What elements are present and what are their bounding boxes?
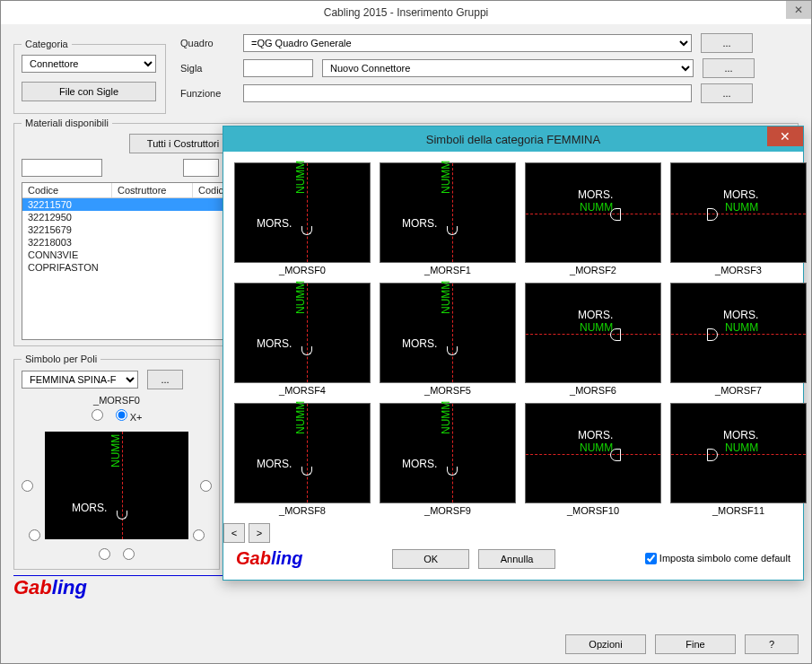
default-checkbox[interactable] xyxy=(645,553,657,564)
col-costruttore: Costruttore xyxy=(112,183,193,197)
ok-button[interactable]: OK xyxy=(392,549,469,569)
funzione-browse-button[interactable]: ... xyxy=(701,83,753,103)
symbol-cell[interactable]: NUMMMORS._MORSF1 xyxy=(380,162,516,275)
symbol-thumbnail[interactable]: NUMMMORS. xyxy=(380,283,516,383)
side-radio-left-bottom[interactable] xyxy=(29,529,40,541)
symbol-label: _MORSF9 xyxy=(380,505,516,516)
radio-xplus[interactable]: X+ xyxy=(116,409,143,423)
side-radio-right-bottom[interactable] xyxy=(193,529,205,541)
sigla-input[interactable] xyxy=(243,59,313,77)
radio-blank[interactable] xyxy=(92,409,103,423)
default-checkbox-label[interactable]: Imposta simbolo come default xyxy=(645,553,790,565)
modal-close-button[interactable]: ✕ xyxy=(767,127,803,146)
symbol-thumbnail[interactable]: NUMMMORS. xyxy=(380,403,516,503)
fine-button[interactable]: Fine xyxy=(655,634,736,654)
symbol-cell[interactable]: NUMMMORS._MORSF8 xyxy=(234,403,371,516)
symbol-cell[interactable]: NUMMMORS._MORSF0 xyxy=(234,162,371,275)
symbol-preview: NUMM MORS. xyxy=(45,432,188,539)
symbol-cell[interactable]: NUMMMORS._MORSF9 xyxy=(380,403,516,516)
symbol-cell[interactable]: NUMMMORS._MORSF4 xyxy=(234,283,371,396)
symbol-thumbnail[interactable]: NUMMMORS. xyxy=(234,162,371,263)
main-titlebar: Cabling 2015 - Inserimento Gruppi ✕ xyxy=(1,1,811,24)
symbol-cell[interactable]: MORS.NUMM_MORSF11 xyxy=(670,403,807,516)
help-button[interactable]: ? xyxy=(745,634,799,654)
funzione-label: Funzione xyxy=(180,88,234,99)
symbol-label: _MORSF6 xyxy=(525,385,661,396)
annulla-button[interactable]: Annulla xyxy=(478,549,555,569)
filter-codice-input[interactable] xyxy=(22,159,102,177)
symbol-cell[interactable]: MORS.NUMM_MORSF6 xyxy=(525,283,661,396)
symbol-cell[interactable]: NUMMMORS._MORSF5 xyxy=(380,283,516,396)
sigla-browse-button[interactable]: ... xyxy=(703,58,755,78)
symbol-thumbnail[interactable]: MORS.NUMM xyxy=(525,403,661,503)
symbol-label: _MORSF4 xyxy=(234,385,371,396)
quadro-browse-button[interactable]: ... xyxy=(701,33,753,53)
pager-prev-button[interactable]: < xyxy=(223,523,245,543)
main-close-button[interactable]: ✕ xyxy=(786,1,811,19)
symbol-thumbnail[interactable]: MORS.NUMM xyxy=(670,162,807,263)
symbol-label: _MORSF8 xyxy=(234,505,371,516)
simbolo-legend: Simbolo per Poli xyxy=(22,354,100,364)
modal-title: Simboli della categoria FEMMINA xyxy=(426,133,600,146)
simbolo-browse-button[interactable]: ... xyxy=(147,370,183,389)
modal-logo: Gabling xyxy=(236,548,302,569)
symbol-thumbnail[interactable]: NUMMMORS. xyxy=(234,283,371,383)
opzioni-button[interactable]: Opzioni xyxy=(565,634,646,654)
symbol-thumbnail[interactable]: MORS.NUMM xyxy=(525,162,661,263)
file-sigle-button[interactable]: File con Sigle xyxy=(22,82,156,101)
symbol-label: _MORSF3 xyxy=(670,265,807,275)
quadro-label: Quadro xyxy=(180,38,234,48)
modal-titlebar: Simboli della categoria FEMMINA ✕ xyxy=(223,127,803,152)
symbol-label: _MORSF11 xyxy=(670,505,807,516)
symbol-cell[interactable]: MORS.NUMM_MORSF3 xyxy=(670,162,807,275)
col-codice: Codice xyxy=(22,183,112,197)
symbol-cell[interactable]: MORS.NUMM_MORSF2 xyxy=(525,162,661,275)
materiali-legend: Materiali disponibili xyxy=(22,118,112,128)
bottom-radio-1[interactable] xyxy=(99,548,110,560)
symbol-cell[interactable]: MORS.NUMM_MORSF10 xyxy=(525,403,661,516)
categoria-label: Categoria xyxy=(22,39,72,49)
categoria-select[interactable]: Connettore xyxy=(22,55,156,73)
symbol-thumbnail[interactable]: NUMMMORS. xyxy=(380,162,516,263)
bottom-radio-2[interactable] xyxy=(123,548,135,560)
symbol-label: _MORSF5 xyxy=(380,385,516,396)
symbol-cell[interactable]: MORS.NUMM_MORSF7 xyxy=(670,283,807,396)
side-radio-right-top[interactable] xyxy=(200,480,212,492)
symbol-label: _MORSF7 xyxy=(670,385,807,396)
symbol-thumbnail[interactable]: MORS.NUMM xyxy=(670,283,807,383)
symbol-label: _MORSF10 xyxy=(525,505,661,516)
symbol-label: _MORSF1 xyxy=(380,265,516,275)
funzione-input[interactable] xyxy=(243,84,692,102)
main-title: Cabling 2015 - Inserimento Gruppi xyxy=(324,6,488,19)
side-radio-left-top[interactable] xyxy=(22,480,33,492)
sigla-label: Sigla xyxy=(180,63,234,74)
quadro-select[interactable]: =QG Quadro Generale xyxy=(243,34,692,52)
sigla-desc-select[interactable]: Nuovo Connettore xyxy=(322,59,694,77)
symbol-thumbnail[interactable]: MORS.NUMM xyxy=(525,283,661,383)
symbol-label: _MORSF0 xyxy=(234,265,371,275)
tutti-costruttori-button[interactable]: Tutti i Costruttori xyxy=(129,134,237,153)
filter-costruttore-input[interactable] xyxy=(183,159,219,177)
symbol-label: _MORSF2 xyxy=(525,265,661,275)
current-symbol-label: _MORSF0 xyxy=(22,395,212,406)
simbolo-select[interactable]: FEMMINA SPINA-F xyxy=(22,371,138,389)
symbol-thumbnail[interactable]: NUMMMORS. xyxy=(234,403,371,503)
pager-next-button[interactable]: > xyxy=(249,523,270,543)
symbol-thumbnail[interactable]: MORS.NUMM xyxy=(670,403,807,503)
